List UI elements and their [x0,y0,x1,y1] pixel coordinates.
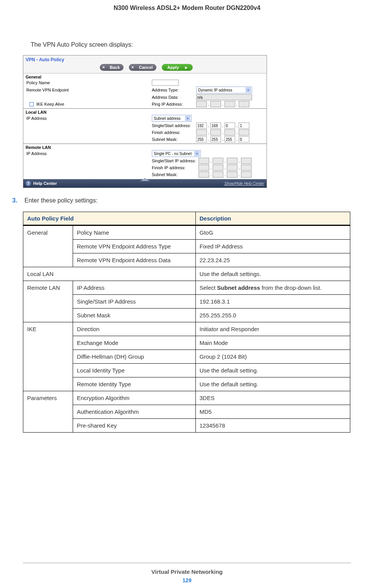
step-number: 3. [12,197,21,204]
ip-octet[interactable] [198,158,209,164]
cell-desc: Initiator and Responder [195,322,350,336]
section-header-local-lan: Local LAN [23,109,267,114]
cell-group: Parameters [23,391,73,433]
ip-octet[interactable] [196,101,207,107]
ip-octet[interactable] [213,172,223,178]
ip-octet[interactable] [198,165,209,171]
local-ip-select[interactable]: Subnet address ▾ [152,115,192,122]
cell-desc: Use the default settings. [195,267,350,281]
cell-desc: Use the default setting. [195,364,350,377]
back-label: Back [110,65,120,70]
expand-triangle-icon [140,178,150,181]
arrow-right-icon: ▶ [185,66,187,69]
section-header-general: General [23,74,267,79]
ip-octet[interactable] [210,129,221,136]
help-center-label: Help Center [33,181,57,186]
cancel-button[interactable]: ✕ Cancel [129,64,156,71]
addr-data-label: Address Data: [152,95,196,100]
cell-desc: 255.255.255.0 [195,309,350,322]
cancel-label: Cancel [139,65,153,70]
close-icon: ✕ [130,65,135,70]
ip-octet[interactable] [241,158,252,164]
ip-octet[interactable] [227,172,237,178]
apply-button[interactable]: Apply ▶ [162,64,193,71]
cell-desc: GtoG [195,225,350,240]
ip-octet[interactable] [241,165,252,171]
policy-name-input[interactable] [152,80,179,86]
addr-type-select[interactable]: Dynamic IP address ▾ [196,87,252,93]
ike-keep-checkbox[interactable] [29,102,34,106]
footer-page-number: 129 [23,577,351,583]
ip-octet[interactable] [196,122,207,129]
cell-field: Authentication Algorithm [73,405,196,419]
cell-field: Direction [73,322,196,336]
cell-field: Exchange Mode [73,336,196,350]
remote-ip-label: IP Address [26,151,152,156]
r-mask-label: Subnet Mask: [152,172,198,177]
page-footer: Virtual Private Networking 129 [23,563,351,588]
cell-field: Single/Start IP Address [73,295,196,309]
cell-group: IKE [23,322,73,391]
ip-octet[interactable] [213,165,223,171]
cell-desc: Fixed IP Address [195,240,350,253]
ip-octet[interactable] [224,129,235,136]
chevron-down-icon: ▾ [246,87,251,93]
section-header-remote-lan: Remote LAN [23,144,267,150]
ike-keep-label: IKE Keep Alive [36,102,64,106]
cell-desc: Main Mode [195,336,350,350]
chevron-down-icon: ▾ [185,116,190,121]
ip-octet[interactable] [224,122,235,129]
cell-group: General [23,225,73,267]
ip-octet[interactable] [239,101,249,107]
help-toggle-link[interactable]: Show/Hide Help Center [224,181,265,186]
ip-octet[interactable] [198,172,209,178]
ip-octet[interactable] [224,101,235,107]
ip-octet[interactable] [239,122,249,129]
table-row: Parameters Encryption Algorithm 3DES [23,391,350,405]
ip-octet[interactable] [196,129,207,136]
back-button[interactable]: ✕ Back [100,64,124,71]
cell-field: IP Address [73,281,196,295]
cell-field: Remote VPN Endpoint Address Type [73,240,196,253]
single-start-label: Single/Start address: [152,123,196,128]
chevron-down-icon: ▾ [194,151,200,156]
close-icon: ✕ [101,65,106,70]
cell-field: Policy Name [73,225,196,240]
r-single-label: Single/Start IP address: [152,158,198,163]
ip-octet[interactable] [224,136,235,142]
policy-table: Auto Policy Field Description General Po… [23,212,350,433]
finish-label: Finish address: [152,130,196,135]
help-icon: ? [26,181,31,186]
ip-octet[interactable] [210,101,221,107]
cell-desc: Select Subnet address from the drop-down… [195,281,350,295]
ip-octet[interactable] [227,165,237,171]
cell-field: Subnet Mask [73,309,196,322]
ip-octet[interactable] [227,158,237,164]
ping-ip-group: . . . [196,101,249,107]
local-ip-value: Subnet address [154,116,180,121]
table-row: IKE Direction Initiator and Responder [23,322,350,336]
doc-header: N300 Wireless ADSL2+ Modem Router DGN220… [23,5,351,11]
remote-ip-value: Single PC - no Subnet [154,152,192,156]
cell-desc: 22.23.24.25 [195,253,350,267]
ip-octet[interactable] [213,158,223,164]
button-row: ✕ Back ✕ Cancel Apply ▶ [23,62,267,74]
ping-ip-label: Ping IP Address: [152,102,196,106]
r-finish-label: Finish IP address: [152,165,198,170]
addr-type-label: Address Type: [152,88,196,92]
ip-octet[interactable] [241,172,252,178]
vpn-title: VPN - Auto Policy [23,56,267,62]
ip-octet[interactable] [210,136,221,142]
footer-section-title: Virtual Private Networking [23,568,351,575]
cell-desc: Use the default setting. [195,377,350,391]
ip-octet[interactable] [239,129,249,136]
ip-octet[interactable] [196,136,207,142]
cell-desc: 3DES [195,391,350,405]
cell-group: Remote LAN [23,281,73,322]
ip-octet[interactable] [239,136,249,142]
cell-field: Encryption Algorithm [73,391,196,405]
cell-desc: Group 2 (1024 Bit) [195,350,350,364]
remote-ip-select[interactable]: Single PC - no Subnet ▾ [152,150,201,157]
cell-field: Remote VPN Endpoint Address Data [73,253,196,267]
ip-octet[interactable] [210,122,221,129]
